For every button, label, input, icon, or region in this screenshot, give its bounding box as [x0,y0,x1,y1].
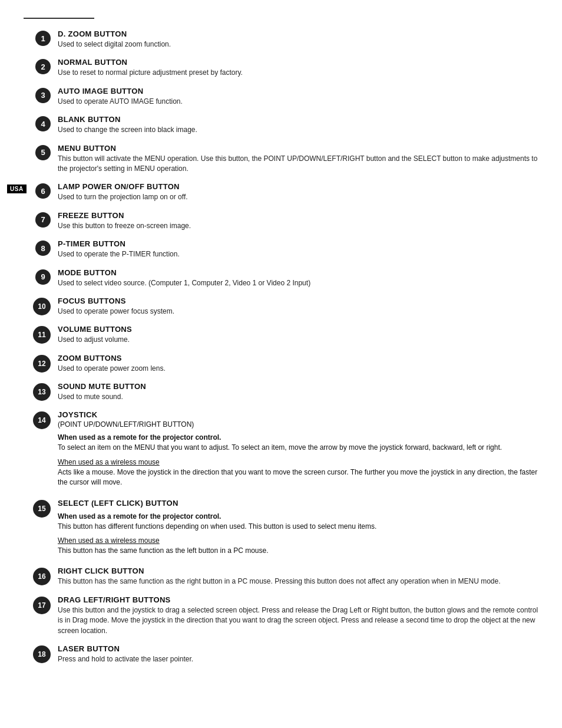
item-badge-15: 15 [33,500,51,518]
item-badge-4: 4 [35,116,51,131]
items-container: 1D. ZOOM BUTTONUsed to select digital zo… [24,29,538,664]
item-content-4: BLANK BUTTONUsed to change the screen in… [54,115,538,135]
badge-wrap: 4 [24,115,54,131]
item-content-10: FOCUS BUTTONSUsed to operate power focus… [54,297,538,317]
item-badge-3: 3 [35,88,51,103]
item-title-3: AUTO IMAGE BUTTON [58,87,538,95]
sub-title-15-1: When used as a wireless mouse [58,536,538,545]
list-item: 2NORMAL BUTTONUse to reset to normal pic… [24,58,538,78]
usa-tag: USA [7,185,27,193]
sub-title-14-1: When used as a wireless mouse [58,458,538,466]
item-desc-5: This button will activate the MENU opera… [58,154,538,174]
item-desc-16: This button has the same function as the… [58,577,538,587]
item-content-8: P-TIMER BUTTONUsed to operate the P-TIME… [54,239,538,259]
item-desc-6: Used to turn the projection lamp on or o… [58,192,538,202]
list-item: 1D. ZOOM BUTTONUsed to select digital zo… [24,29,538,50]
item-content-9: MODE BUTTONUsed to select video source. … [54,268,538,288]
badge-wrap: 17 [24,595,54,614]
list-item: 4BLANK BUTTONUsed to change the screen i… [24,115,538,135]
sub-text-15-1: This button has the same function as the… [58,546,538,556]
sub-title-14-0: When used as a remote for the projector … [58,433,538,442]
item-badge-16: 16 [33,568,51,585]
item-badge-17: 17 [33,597,51,614]
badge-wrap: 8 [24,239,54,256]
badge-wrap: 5 [24,144,54,160]
sub-text-14-1: Acts like a mouse. Move the joystick in … [58,467,538,488]
list-item: 18LASER BUTTONPress and hold to activate… [24,644,538,664]
top-line [24,18,94,19]
list-item: 14JOYSTICK(POINT UP/DOWN/LEFT/RIGHT BUTT… [24,410,538,490]
item-desc-13: Used to mute sound. [58,392,538,402]
item-title-4: BLANK BUTTON [58,115,538,124]
badge-wrap: 16 [24,566,54,585]
item-desc-7: Use this button to freeze on-screen imag… [58,221,538,231]
list-item: 5MENU BUTTONThis button will activate th… [24,144,538,174]
item-badge-7: 7 [35,212,51,228]
badge-wrap: 1 [24,29,54,46]
item-title-10: FOCUS BUTTONS [58,297,538,305]
item-title-1: D. ZOOM BUTTON [58,29,538,38]
item-badge-2: 2 [35,59,51,74]
badge-wrap: 18 [24,644,54,663]
badge-wrap: 7 [24,211,54,228]
item-title-11: VOLUME BUTTONS [58,325,538,334]
item-title-15: SELECT (LEFT CLICK) BUTTON [58,499,538,508]
item-badge-5: 5 [35,145,51,160]
item-badge-6: 6 [35,183,51,199]
badge-wrap: 10 [24,297,54,315]
item-content-13: SOUND MUTE BUTTONUsed to mute sound. [54,382,538,402]
badge-wrap: 2 [24,58,54,74]
item-content-15: SELECT (LEFT CLICK) BUTTONWhen used as a… [54,499,538,559]
item-content-11: VOLUME BUTTONSUsed to adjust volume. [54,325,538,345]
badge-wrap: 3 [24,87,54,103]
list-item: 16RIGHT CLICK BUTTONThis button has the … [24,566,538,587]
item-title2-14: (POINT UP/DOWN/LEFT/RIGHT BUTTON) [58,420,538,429]
item-desc-18: Press and hold to activate the laser poi… [58,654,538,664]
item-title-16: RIGHT CLICK BUTTON [58,566,538,575]
item-desc-3: Used to operate AUTO IMAGE function. [58,97,538,107]
badge-wrap: 12 [24,354,54,373]
sub-section-14-1: When used as a wireless mouseActs like a… [58,458,538,488]
list-item: 9MODE BUTTONUsed to select video source.… [24,268,538,288]
item-desc-1: Used to select digital zoom function. [58,39,538,50]
list-item: 7FREEZE BUTTONUse this button to freeze … [24,211,538,231]
list-item: 13SOUND MUTE BUTTONUsed to mute sound. [24,382,538,402]
item-badge-9: 9 [35,269,51,285]
list-item: 17DRAG LEFT/RIGHT BUTTONSUse this button… [24,595,538,636]
item-desc-10: Used to operate power focus system. [58,307,538,317]
item-badge-8: 8 [35,241,51,256]
item-desc-9: Used to select video source. (Computer 1… [58,278,538,288]
item-content-16: RIGHT CLICK BUTTONThis button has the sa… [54,566,538,587]
list-item: 8P-TIMER BUTTONUsed to operate the P-TIM… [24,239,538,259]
list-item: 3AUTO IMAGE BUTTONUsed to operate AUTO I… [24,87,538,107]
badge-wrap: 15 [24,499,54,518]
item-title-8: P-TIMER BUTTON [58,239,538,248]
sub-section-14-0: When used as a remote for the projector … [58,433,538,453]
item-title-6: LAMP POWER ON/OFF BUTTON [58,182,538,191]
item-content-6: LAMP POWER ON/OFF BUTTONUsed to turn the… [54,182,538,202]
item-title-13: SOUND MUTE BUTTON [58,382,538,391]
sub-text-15-0: This button has different functions depe… [58,522,538,532]
item-desc-17: Use this button and the joystick to drag… [58,605,538,636]
item-badge-13: 13 [33,383,51,401]
list-item: 10FOCUS BUTTONSUsed to operate power foc… [24,297,538,317]
item-desc-12: Used to operate power zoom lens. [58,364,538,374]
item-badge-18: 18 [33,645,51,663]
item-content-14: JOYSTICK(POINT UP/DOWN/LEFT/RIGHT BUTTON… [54,410,538,490]
item-desc-8: Used to operate the P-TIMER function. [58,249,538,259]
item-badge-12: 12 [33,355,51,373]
item-badge-10: 10 [33,298,51,315]
item-badge-14: 14 [33,411,51,429]
item-content-5: MENU BUTTONThis button will activate the… [54,144,538,174]
item-title-12: ZOOM BUTTONS [58,354,538,363]
item-content-3: AUTO IMAGE BUTTONUsed to operate AUTO IM… [54,87,538,107]
item-content-17: DRAG LEFT/RIGHT BUTTONSUse this button a… [54,595,538,636]
badge-wrap: 14 [24,410,54,429]
item-desc-4: Used to change the screen into black ima… [58,125,538,135]
item-badge-1: 1 [35,31,51,46]
item-desc-2: Use to reset to normal picture adjustmen… [58,68,538,78]
list-item: USA6LAMP POWER ON/OFF BUTTONUsed to turn… [24,182,538,202]
badge-wrap: 9 [24,268,54,285]
item-content-2: NORMAL BUTTONUse to reset to normal pict… [54,58,538,78]
item-content-1: D. ZOOM BUTTONUsed to select digital zoo… [54,29,538,50]
